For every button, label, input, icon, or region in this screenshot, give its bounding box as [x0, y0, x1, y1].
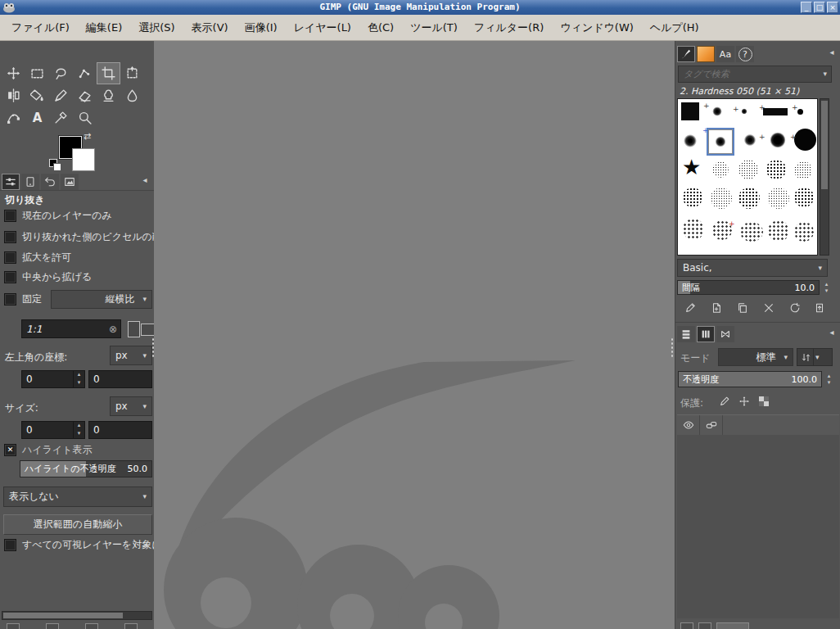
spin-up-icon[interactable]: ▴ [74, 371, 84, 379]
tool-eraser[interactable] [73, 84, 97, 106]
size-unit-dropdown[interactable]: px ▾ [110, 396, 152, 416]
guide-lines-dropdown[interactable]: 表示しない ▾ [3, 486, 152, 507]
tool-zoom[interactable] [73, 106, 97, 129]
minimize-button[interactable]: _ [801, 2, 812, 13]
background-color-swatch[interactable] [72, 148, 95, 171]
brush-thumbnail[interactable] [794, 129, 816, 151]
reset-tool-options-button[interactable] [124, 623, 138, 629]
auto-shrink-button[interactable]: 選択範囲の自動縮小 [3, 514, 152, 535]
maximize-button[interactable]: □ [814, 2, 825, 13]
layer-mode-dropdown[interactable]: 標準 ▾ [718, 348, 793, 366]
option-highlight[interactable]: ✕ ハイライト表示 [4, 444, 154, 456]
spin-down-icon[interactable]: ▾ [828, 379, 831, 386]
tab-channels[interactable] [697, 326, 715, 342]
brush-grid-scrollbar[interactable] [820, 98, 829, 256]
spin-up-icon[interactable]: ▴ [825, 281, 829, 287]
spinner[interactable]: ▴ ▾ [73, 422, 84, 438]
tool-smudge[interactable] [120, 84, 144, 106]
tool-flip[interactable] [2, 84, 25, 106]
swap-colors-icon[interactable]: ⇄ [84, 131, 91, 142]
tool-paintbrush[interactable] [49, 84, 73, 106]
raise-layer-button[interactable] [698, 622, 711, 629]
open-brush-as-image-button[interactable] [810, 300, 829, 316]
size-height-input[interactable] [89, 422, 151, 438]
tool-text[interactable]: A [25, 106, 49, 129]
menu-layer[interactable]: レイヤー(L) [286, 16, 359, 39]
brush-thumbnail[interactable] [768, 220, 789, 242]
option-shrink-merged[interactable]: すべての可視レイヤーを対象にす [4, 539, 154, 551]
tool-rectangle-select[interactable] [25, 62, 49, 84]
new-layer-button[interactable] [680, 622, 693, 629]
brush-thumbnail[interactable] [711, 188, 732, 209]
brush-thumbnail[interactable] [768, 188, 789, 209]
clear-icon[interactable]: ⊗ [109, 324, 120, 335]
tab-layers[interactable] [677, 326, 695, 342]
brush-thumbnail[interactable] [794, 222, 814, 242]
menu-edit[interactable]: 編集(E) [78, 16, 130, 39]
aspect-ratio-field[interactable]: ⊗ [21, 319, 121, 338]
tag-search-input[interactable] [679, 69, 823, 79]
tool-clone[interactable] [97, 84, 120, 106]
position-x-field[interactable]: ▴ ▾ [21, 370, 85, 388]
collapse-dock-button[interactable]: ◂ [826, 327, 838, 338]
brush-thumbnail[interactable] [742, 132, 758, 148]
spin-down-icon[interactable]: ▾ [825, 287, 829, 294]
spin-up-icon[interactable]: ▴ [828, 373, 831, 379]
checkbox[interactable] [4, 231, 16, 243]
option-delete-cropped-pixels[interactable]: 切り抜かれた側のピクセルの削除 [4, 231, 154, 243]
lock-alpha-button[interactable] [756, 393, 772, 410]
tool-free-select[interactable] [49, 62, 73, 84]
spin-down-icon[interactable]: ▾ [74, 430, 84, 438]
brush-thumbnail[interactable] [683, 219, 704, 240]
size-height-field[interactable] [88, 421, 152, 439]
option-current-layer-only[interactable]: 現在のレイヤーのみ [4, 210, 154, 222]
checkbox[interactable] [4, 293, 16, 305]
brush-thumbnail[interactable] [711, 105, 724, 118]
tab-brushes[interactable] [677, 46, 695, 62]
tool-bucket-fill[interactable] [25, 84, 49, 106]
menu-filters[interactable]: フィルター(R) [466, 16, 552, 39]
brush-thumbnail-selected[interactable] [708, 129, 733, 154]
brush-thumbnail[interactable] [768, 130, 788, 150]
tab-tool-options[interactable] [2, 174, 20, 190]
collapse-dock-button[interactable]: ◂ [139, 174, 151, 186]
tool-unified-transform[interactable] [120, 62, 144, 84]
menu-help[interactable]: ヘルプ(H) [642, 16, 707, 39]
brush-thumbnail[interactable] [794, 188, 814, 207]
brush-thumbnail[interactable] [763, 108, 788, 115]
brush-thumbnail[interactable] [738, 160, 758, 179]
brush-thumbnail[interactable] [683, 188, 702, 207]
spin-up-icon[interactable]: ▴ [74, 422, 84, 430]
visibility-column[interactable] [677, 415, 700, 435]
brush-thumbnail[interactable] [681, 132, 699, 150]
refresh-brushes-button[interactable] [785, 300, 805, 316]
brush-thumbnail[interactable] [738, 188, 760, 209]
menu-select[interactable]: 選択(S) [130, 16, 183, 39]
duplicate-brush-button[interactable] [733, 300, 752, 316]
spinner[interactable]: ▴ ▾ [73, 371, 84, 387]
option-expand-from-center[interactable]: 中央から拡げる [4, 271, 154, 283]
tab-undo-history[interactable] [41, 174, 59, 190]
restore-tool-preset-button[interactable] [46, 623, 59, 629]
tab-images[interactable] [61, 174, 79, 190]
lock-pixels-button[interactable] [716, 393, 733, 410]
position-unit-dropdown[interactable]: px ▾ [110, 346, 152, 365]
tab-fonts[interactable]: Aa [716, 46, 734, 62]
aspect-ratio-input[interactable] [22, 324, 109, 335]
collapse-dock-button[interactable]: ◂ [826, 47, 838, 58]
brush-thumbnail[interactable] [797, 109, 803, 115]
tab-patterns[interactable] [697, 46, 715, 62]
brush-tag-search[interactable]: ▾ [678, 66, 832, 83]
position-y-input[interactable] [89, 371, 151, 387]
delete-tool-preset-button[interactable] [85, 623, 98, 629]
highlight-opacity-slider[interactable]: ハイライトの不透明度 50.0 [20, 460, 152, 477]
menu-image[interactable]: 画像(I) [237, 16, 286, 39]
opacity-spinner[interactable]: ▴ ▾ [824, 373, 833, 386]
size-width-field[interactable]: ▴ ▾ [21, 421, 85, 439]
brush-thumbnail[interactable] [740, 222, 763, 242]
spacing-spinner[interactable]: ▴ ▾ [822, 281, 831, 294]
brush-thumbnail[interactable] [794, 161, 812, 179]
brush-thumbnail[interactable]: ★ [682, 156, 701, 178]
tool-scissors-select[interactable] [73, 62, 97, 84]
edit-brush-button[interactable] [680, 300, 700, 316]
